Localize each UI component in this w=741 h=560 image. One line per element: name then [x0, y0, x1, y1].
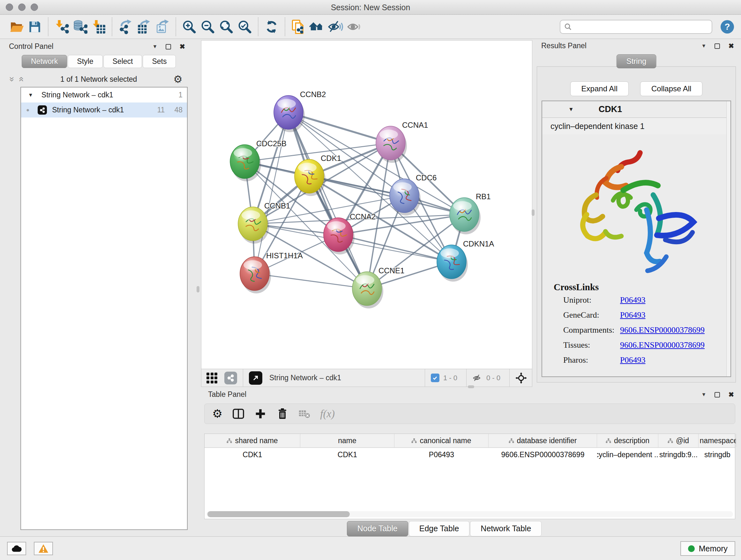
tab-node-table[interactable]: Node Table: [347, 521, 408, 537]
open-session-button[interactable]: [7, 17, 25, 37]
memory-button[interactable]: Memory: [680, 541, 735, 556]
zoom-selected-button[interactable]: [235, 17, 254, 37]
results-scrollbar[interactable]: [726, 101, 731, 376]
detach-view-button[interactable]: [249, 371, 262, 385]
table-cell[interactable]: CDK1: [205, 448, 300, 461]
selected-checkbox-icon[interactable]: [431, 374, 440, 382]
import-network-from-database-button[interactable]: [71, 17, 89, 37]
column-header-namespace[interactable]: namespace: [698, 434, 736, 447]
crosslink-value[interactable]: P06493: [620, 295, 645, 305]
grid-view-icon[interactable]: [206, 373, 217, 383]
show-all-button[interactable]: [345, 17, 363, 37]
network-node[interactable]: [274, 96, 305, 132]
column-header-description[interactable]: description: [597, 434, 658, 447]
apply-layout-button[interactable]: [262, 17, 281, 37]
duplicate-network-button[interactable]: [289, 17, 308, 37]
network-edge[interactable]: [255, 273, 367, 289]
column-header-name[interactable]: name: [300, 434, 394, 447]
create-column-plus-icon[interactable]: [254, 408, 266, 420]
column-header-id[interactable]: @id: [658, 434, 698, 447]
panel-menu-caret-icon[interactable]: ▼: [701, 392, 706, 397]
panel-menu-caret-icon[interactable]: ▼: [152, 44, 158, 50]
table-cell[interactable]: 9606.ENSP00000378699: [488, 448, 597, 461]
close-panel-icon[interactable]: ✖: [179, 43, 185, 51]
save-session-button[interactable]: [25, 17, 44, 37]
tab-network[interactable]: Network: [22, 55, 67, 68]
warnings-button[interactable]: [34, 542, 53, 555]
network-node[interactable]: [376, 126, 407, 163]
float-panel-icon[interactable]: [715, 44, 720, 49]
search-box[interactable]: [560, 20, 712, 34]
network-node[interactable]: [450, 198, 481, 234]
scrollbar-thumb[interactable]: [207, 511, 350, 517]
network-node[interactable]: [324, 218, 354, 254]
table-cell[interactable]: stringdb:9...: [658, 448, 698, 461]
tab-select[interactable]: Select: [104, 55, 142, 68]
network-collection-row[interactable]: ▼ String Network – cdk1 1: [21, 87, 187, 103]
tree-expand-caret-icon[interactable]: ▼: [28, 92, 33, 98]
column-header-sharedname[interactable]: shared name: [205, 434, 300, 447]
zoom-fit-button[interactable]: [217, 17, 235, 37]
column-header-databaseidentifier[interactable]: database identifier: [488, 434, 597, 447]
vertical-splitter-handle[interactable]: [197, 286, 199, 293]
network-node[interactable]: [238, 207, 269, 244]
database-import-icon: [73, 19, 87, 34]
float-panel-icon[interactable]: [715, 392, 720, 397]
float-panel-icon[interactable]: [165, 44, 171, 50]
birdseye-navigator-icon[interactable]: [515, 372, 527, 384]
network-share-icon[interactable]: [224, 372, 237, 384]
crosslink-value[interactable]: 9606.ENSP00000378699: [620, 325, 704, 335]
tab-network-table[interactable]: Network Table: [470, 521, 542, 537]
network-options-gear-icon[interactable]: ⚙: [173, 74, 183, 84]
network-node[interactable]: [352, 272, 383, 308]
export-image-button[interactable]: [153, 17, 172, 37]
export-network-button[interactable]: [116, 17, 135, 37]
crosslink-value[interactable]: 9606.ENSP00000378699: [620, 340, 704, 350]
import-table-button[interactable]: [89, 17, 108, 37]
network-graph[interactable]: CCNB2CCNA1CDC25BCDK1CDC6RB1CCNB1CCNA2CDK…: [201, 41, 532, 369]
tab-edge-table[interactable]: Edge Table: [409, 521, 470, 537]
column-header-canonicalname[interactable]: canonical name: [394, 434, 488, 447]
network-node[interactable]: [240, 257, 271, 294]
network-node[interactable]: [230, 145, 261, 181]
zoom-out-button[interactable]: [199, 17, 217, 37]
network-node[interactable]: [437, 245, 468, 282]
table-horizontal-scrollbar[interactable]: [206, 511, 733, 517]
gene-expand-caret-icon[interactable]: ▼: [568, 106, 574, 113]
hide-selected-button[interactable]: [326, 17, 345, 37]
import-network-button[interactable]: [52, 17, 71, 37]
collapse-all-button[interactable]: Collapse All: [640, 81, 702, 96]
zoom-in-button[interactable]: [180, 17, 199, 37]
table-options-gear-icon[interactable]: ⚙: [212, 407, 222, 421]
tab-sets[interactable]: Sets: [143, 55, 176, 68]
table-cell[interactable]: P06493: [394, 448, 488, 461]
crosslink-value[interactable]: P06493: [620, 355, 645, 365]
expand-all-button[interactable]: Expand All: [570, 81, 629, 96]
show-columns-icon[interactable]: [232, 408, 245, 420]
export-table-button[interactable]: [135, 17, 153, 37]
expand-all-chevron-icon[interactable]: «: [18, 77, 24, 82]
close-panel-icon[interactable]: ✖: [728, 391, 734, 398]
crosslink-value[interactable]: P06493: [620, 310, 645, 320]
search-input[interactable]: [575, 23, 708, 31]
help-button[interactable]: ?: [721, 20, 734, 34]
delete-column-trash-icon[interactable]: [276, 408, 289, 420]
network-edge[interactable]: [288, 112, 367, 289]
close-panel-icon[interactable]: ✖: [728, 42, 734, 50]
collapse-all-chevron-icon[interactable]: »: [9, 77, 15, 82]
network-node[interactable]: [390, 179, 421, 215]
panel-menu-caret-icon[interactable]: ▼: [701, 43, 706, 49]
tab-string[interactable]: String: [616, 54, 657, 68]
cloud-status-button[interactable]: [7, 542, 26, 555]
horizontal-splitter-handle[interactable]: [468, 385, 474, 388]
tab-style[interactable]: Style: [68, 55, 103, 68]
first-neighbors-button[interactable]: [308, 17, 326, 37]
table-cell[interactable]: stringdb: [698, 448, 736, 461]
gene-section-header[interactable]: ▼ CDK1: [542, 101, 731, 118]
network-node[interactable]: [294, 159, 326, 196]
table-cell[interactable]: cyclin–dependent ...: [597, 448, 658, 461]
table-cell[interactable]: CDK1: [300, 448, 394, 461]
table-data-row[interactable]: CDK1CDK1P064939606.ENSP00000378699cyclin…: [205, 448, 735, 461]
network-edge[interactable]: [255, 112, 288, 273]
network-row[interactable]: ● String Network – cdk1 11 48: [21, 103, 187, 118]
